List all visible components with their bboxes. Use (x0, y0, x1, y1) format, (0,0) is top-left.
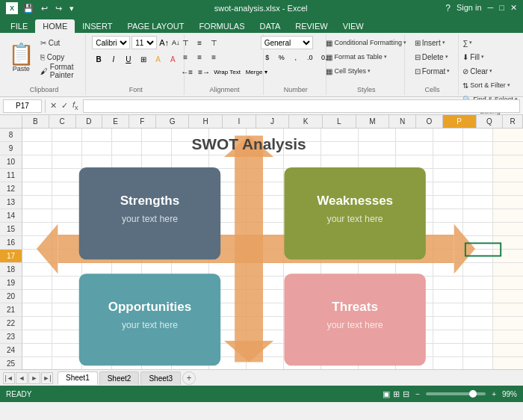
customize-quick-btn[interactable]: ▾ (67, 3, 76, 14)
insert-btn[interactable]: ⊞ Insert ▾ (409, 36, 456, 49)
row-20[interactable]: 20 (0, 290, 22, 303)
tab-insert[interactable]: INSERT (75, 19, 120, 33)
row-18[interactable]: 18 (0, 263, 22, 277)
row-14[interactable]: 14 (0, 209, 22, 223)
redo-quick-btn[interactable]: ↪ (53, 3, 64, 14)
row-11[interactable]: 11 (0, 169, 22, 182)
col-header-h[interactable]: H (189, 115, 223, 128)
align-top-right[interactable]: ⊤ (207, 36, 220, 49)
format-as-table-btn[interactable]: ▦ Format as Table ▾ (321, 50, 412, 64)
tab-formulas[interactable]: FORMULAS (191, 19, 252, 33)
font-name-select[interactable]: Calibri (92, 36, 130, 49)
row-21[interactable]: 21 (0, 303, 22, 317)
paste-button[interactable]: 📋 Paste (7, 36, 35, 81)
row-17[interactable]: 17 (0, 250, 22, 263)
col-header-l[interactable]: L (323, 115, 356, 128)
cancel-formula-icon[interactable]: ✕ (49, 101, 58, 111)
add-sheet-btn[interactable]: + (182, 371, 196, 385)
insert-function-icon[interactable]: fx (71, 100, 80, 111)
increase-indent-btn[interactable]: ≡→ (196, 65, 212, 78)
col-header-m[interactable]: M (356, 115, 390, 128)
col-header-o[interactable]: O (416, 115, 443, 128)
col-header-f[interactable]: F (129, 115, 156, 128)
save-quick-btn[interactable]: 💾 (21, 3, 36, 14)
row-12[interactable]: 12 (0, 182, 22, 196)
clear-btn[interactable]: ⊘ Clear ▾ (457, 64, 523, 78)
col-header-c[interactable]: C (49, 115, 76, 128)
zoom-slider[interactable] (426, 392, 486, 395)
sheet-tab-sheet1[interactable]: Sheet1 (58, 371, 98, 385)
cell-styles-btn[interactable]: ▦ Cell Styles ▾ (321, 64, 412, 78)
italic-button[interactable]: I (107, 52, 120, 66)
row-10[interactable]: 10 (0, 155, 22, 169)
border-button[interactable]: ⊞ (137, 52, 150, 66)
minimize-btn[interactable]: ─ (488, 3, 494, 13)
increase-decimal-btn[interactable]: .0 (303, 51, 317, 64)
align-right[interactable]: ≡ (207, 50, 220, 64)
first-sheet-btn[interactable]: |◄ (3, 372, 15, 384)
cut-button[interactable]: ✂ Cut (37, 36, 81, 49)
confirm-formula-icon[interactable]: ✓ (60, 101, 69, 111)
col-header-i[interactable]: I (223, 115, 256, 128)
tab-file[interactable]: FILE (3, 19, 35, 33)
font-size-select[interactable]: 11 (131, 36, 157, 49)
tab-home[interactable]: HOME (35, 19, 75, 33)
tab-view[interactable]: VIEW (335, 19, 371, 33)
autosum-btn[interactable]: ∑ ▾ (457, 36, 523, 49)
row-9[interactable]: 9 (0, 142, 22, 155)
grid-area[interactable]: // Generate grid rows const gridLines = … (22, 129, 523, 369)
col-header-q[interactable]: Q (477, 115, 504, 128)
formula-input[interactable] (83, 99, 520, 113)
row-13[interactable]: 13 (0, 196, 22, 209)
page-layout-icon[interactable]: ⊞ (393, 389, 400, 399)
sheet-tab-sheet3[interactable]: Sheet3 (140, 371, 181, 385)
wrap-text-btn[interactable]: Wrap Text (213, 65, 241, 78)
signin-button[interactable]: Sign in (457, 3, 482, 13)
zoom-level[interactable]: 99% (502, 390, 517, 398)
name-box[interactable] (3, 99, 42, 113)
normal-view-icon[interactable]: ▣ (383, 389, 390, 399)
prev-sheet-btn[interactable]: ◄ (16, 372, 28, 384)
tab-pagelayout[interactable]: PAGE LAYOUT (120, 19, 191, 33)
comma-btn[interactable]: , (289, 51, 303, 64)
percent-btn[interactable]: % (275, 51, 288, 64)
row-19[interactable]: 19 (0, 277, 22, 290)
last-sheet-btn[interactable]: ►| (41, 372, 53, 384)
sort-btn[interactable]: ⇅ Sort & Filter ▾ (457, 78, 523, 92)
col-header-k[interactable]: K (289, 115, 323, 128)
row-8[interactable]: 8 (0, 129, 22, 142)
font-color-btn[interactable]: A (166, 52, 179, 66)
zoom-minus-icon[interactable]: − (415, 390, 420, 398)
bold-button[interactable]: B (92, 52, 105, 66)
conditional-formatting-btn[interactable]: ▦ Conditional Formatting ▾ (321, 36, 412, 49)
align-left[interactable]: ≡ (179, 50, 192, 64)
fill-color-btn[interactable]: A (152, 52, 165, 66)
currency-btn[interactable]: $ (261, 51, 274, 64)
row-25[interactable]: 25 (0, 357, 22, 369)
align-top-center[interactable]: ≡ (193, 36, 206, 49)
format-btn[interactable]: ⊡ Format ▾ (409, 64, 456, 78)
row-23[interactable]: 23 (0, 330, 22, 344)
tab-review[interactable]: REVIEW (288, 19, 335, 33)
close-btn[interactable]: ✕ (510, 3, 517, 13)
col-header-p[interactable]: P (443, 115, 477, 128)
row-22[interactable]: 22 (0, 317, 22, 330)
increase-font-btn[interactable]: A↑ (158, 36, 170, 49)
align-top-left[interactable]: ⊤ (179, 36, 192, 49)
sheet-tab-sheet2[interactable]: Sheet2 (99, 371, 140, 385)
col-header-d[interactable]: D (76, 115, 103, 128)
tab-data[interactable]: DATA (253, 19, 288, 33)
help-icon[interactable]: ? (445, 3, 451, 13)
fill-btn[interactable]: ⬇ Fill ▾ (457, 50, 523, 64)
col-header-j[interactable]: J (256, 115, 290, 128)
decrease-indent-btn[interactable]: ←≡ (179, 65, 195, 78)
col-header-n[interactable]: N (389, 115, 416, 128)
copy-button[interactable]: ⎘ Copy (37, 50, 81, 64)
zoom-plus-icon[interactable]: + (492, 390, 496, 398)
col-header-g[interactable]: G (156, 115, 190, 128)
row-24[interactable]: 24 (0, 344, 22, 357)
row-15[interactable]: 15 (0, 223, 22, 236)
number-format-select[interactable]: General (261, 36, 313, 49)
col-header-e[interactable]: E (102, 115, 129, 128)
next-sheet-btn[interactable]: ► (28, 372, 40, 384)
